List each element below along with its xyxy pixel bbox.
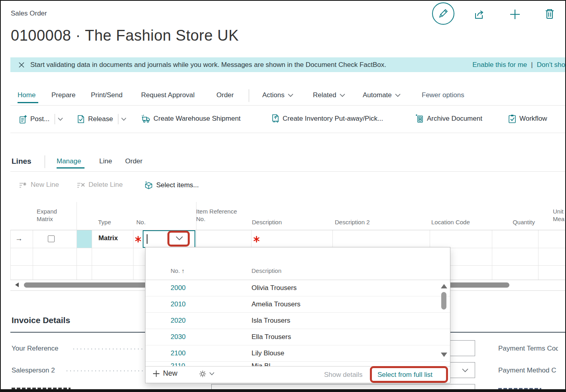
- plus-icon: [509, 8, 521, 20]
- expand-matrix-checkbox[interactable]: [48, 235, 55, 242]
- putaway-document-icon: [271, 114, 280, 123]
- enable-link[interactable]: Enable this for me: [472, 61, 527, 69]
- close-icon[interactable]: [18, 62, 25, 68]
- sales-order-page: Sales Order 0100008 · The Fashion Store …: [0, 0, 566, 392]
- settings-button[interactable]: [198, 370, 214, 378]
- item-no: 2100: [171, 349, 186, 357]
- tab-divider: [249, 89, 249, 102]
- your-reference-label: Your Reference: [12, 345, 59, 353]
- vscroll-thumb[interactable]: [441, 292, 446, 310]
- item-description: Amelia Trousers: [252, 300, 301, 308]
- tab-home[interactable]: Home: [18, 91, 35, 99]
- release-document-icon: [77, 114, 85, 124]
- lines-tab-manage[interactable]: Manage: [57, 157, 81, 165]
- hscroll-left-arrow[interactable]: [15, 282, 19, 287]
- item-description: Ella Trousers: [252, 333, 291, 341]
- combobox-chevron-icon[interactable]: [462, 368, 468, 372]
- truck-icon: [141, 114, 151, 123]
- lines-part-title: Lines: [12, 157, 31, 166]
- select-items-label: Select items...: [156, 181, 199, 189]
- lookup-row[interactable]: 2020 Isla Trousers: [145, 313, 450, 329]
- item-no: 2000: [171, 284, 186, 292]
- col-header-item-reference[interactable]: Item ReferenceNo.: [196, 208, 237, 223]
- item-description: Lily Blouse: [252, 349, 284, 357]
- post-button[interactable]: Post...: [19, 114, 63, 124]
- create-inventory-putaway-button[interactable]: Create Inventory Put-away/Pick...: [271, 114, 383, 123]
- delete-button[interactable]: [543, 7, 556, 21]
- item-description: Isla Trousers: [252, 317, 290, 325]
- workflow-button[interactable]: Workflow: [508, 114, 547, 123]
- select-items-button[interactable]: Select items...: [144, 181, 199, 190]
- tab-order[interactable]: Order: [216, 91, 234, 99]
- row-indicator-arrow: →: [15, 234, 23, 243]
- menu-related[interactable]: Related: [313, 91, 345, 99]
- required-asterisk-icon: [135, 236, 142, 243]
- release-button[interactable]: Release: [77, 114, 126, 124]
- col-header-description[interactable]: Description: [252, 218, 282, 226]
- archive-document-label: Archive Document: [427, 115, 482, 123]
- menu-related-label: Related: [313, 91, 336, 99]
- delete-line-button[interactable]: Delete Line: [77, 181, 123, 189]
- col-header-location-code[interactable]: Location Code: [431, 218, 470, 226]
- post-split-chevron[interactable]: [58, 118, 63, 121]
- required-asterisk-icon: [253, 236, 260, 243]
- tab-print-send[interactable]: Print/Send: [91, 91, 122, 99]
- dropdown-col-no[interactable]: No. ↑: [171, 267, 185, 274]
- menu-actions[interactable]: Actions: [262, 91, 293, 99]
- col-header-expand-matrix[interactable]: ExpandMatrix: [37, 208, 57, 223]
- new-item-button[interactable]: New: [153, 369, 177, 378]
- lines-tab-line[interactable]: Line: [99, 157, 112, 165]
- payment-terms-label: Payment Terms Cod: [498, 345, 558, 353]
- chevron-down-icon: [288, 94, 293, 97]
- release-label: Release: [88, 115, 113, 123]
- dismiss-link[interactable]: Don't sho: [537, 61, 565, 69]
- col-header-type[interactable]: Type: [98, 218, 111, 226]
- edit-button[interactable]: [432, 2, 455, 25]
- lines-tab-order[interactable]: Order: [125, 157, 142, 165]
- type-cell[interactable]: Matrix: [98, 234, 118, 242]
- clipped-text-fragment: [12, 388, 71, 390]
- create-warehouse-shipment-button[interactable]: Create Warehouse Shipment: [141, 114, 241, 123]
- menu-automate[interactable]: Automate: [363, 91, 401, 99]
- col-header-no[interactable]: No.: [136, 218, 145, 226]
- share-button[interactable]: [472, 8, 485, 21]
- item-box-icon: [144, 181, 153, 190]
- page-caption: Sales Order: [11, 10, 47, 18]
- partial-input[interactable]: [211, 384, 475, 392]
- text-cursor: [147, 234, 147, 244]
- release-split-chevron[interactable]: [121, 118, 126, 121]
- annotation-box-chevron: [167, 231, 190, 247]
- col-header-description2[interactable]: Description 2: [335, 218, 370, 226]
- item-no: 2010: [171, 300, 186, 308]
- archive-box-icon: [415, 114, 424, 123]
- selected-cell-highlight: [77, 230, 92, 248]
- tab-request-approval[interactable]: Request Approval: [141, 91, 195, 99]
- invoice-details-heading[interactable]: Invoice Details: [12, 316, 70, 325]
- share-icon: [473, 8, 485, 20]
- tab-prepare[interactable]: Prepare: [51, 91, 75, 99]
- new-document-button[interactable]: [509, 8, 521, 21]
- vscroll-up-arrow[interactable]: [441, 284, 447, 288]
- vscroll-down-arrow[interactable]: [441, 353, 447, 357]
- gear-icon: [198, 370, 207, 378]
- lookup-row[interactable]: 2010 Amelia Trousers: [145, 296, 450, 313]
- manage-underline: [57, 167, 85, 169]
- delete-line-icon: [77, 181, 85, 189]
- annotation-box-select-full-list: [370, 366, 448, 383]
- col-header-unit-of-measure[interactable]: UnitMea: [553, 208, 564, 223]
- trash-icon: [544, 8, 556, 20]
- post-label: Post...: [30, 115, 49, 123]
- post-document-icon: [19, 114, 28, 124]
- lookup-row[interactable]: 2000 Olivia Trousers: [145, 280, 450, 296]
- dropdown-col-description[interactable]: Description: [252, 267, 281, 274]
- notification-bar: Start validating data in documents and j…: [10, 57, 565, 72]
- show-details-button[interactable]: Show details: [324, 371, 362, 379]
- item-no: 2020: [171, 317, 186, 325]
- lookup-row-partial[interactable]: 2110 Mia Bl: [145, 362, 450, 366]
- new-line-button[interactable]: New Line: [19, 181, 59, 189]
- fewer-options-button[interactable]: Fewer options: [422, 91, 464, 99]
- col-header-quantity[interactable]: Quantity: [492, 218, 535, 226]
- lookup-row[interactable]: 2100 Lily Blouse: [145, 345, 450, 362]
- lookup-row[interactable]: 2030 Ella Trousers: [145, 329, 450, 345]
- archive-document-button[interactable]: Archive Document: [415, 114, 482, 123]
